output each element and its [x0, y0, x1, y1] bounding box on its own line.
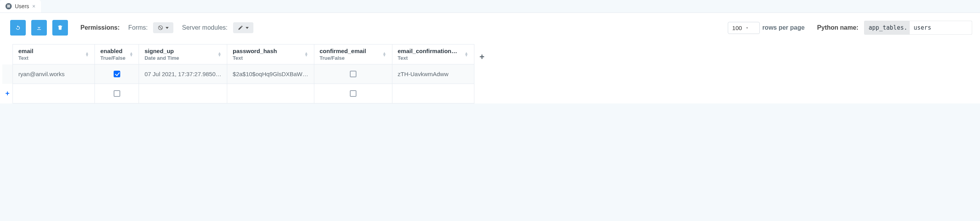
add-row-button[interactable]: + [2, 84, 12, 103]
download-button[interactable] [31, 20, 47, 36]
chevron-down-icon [246, 27, 249, 29]
cell-enabled[interactable] [95, 64, 139, 84]
column-header-password-hash[interactable]: password_hash Text ▲▼ [227, 45, 314, 64]
rows-per-page: 100 rows per page [728, 22, 805, 34]
column-header-enabled[interactable]: enabled True/False ▲▼ [95, 45, 139, 64]
cell-confirmed-email[interactable] [314, 84, 392, 103]
forms-label: Forms: [128, 24, 148, 31]
column-header-signed-up[interactable]: signed_up Date and Time ▲▼ [139, 45, 227, 64]
table-row-new[interactable]: + [2, 84, 474, 103]
cell-enabled[interactable] [95, 84, 139, 103]
rows-per-page-value: 100 [732, 25, 742, 31]
sort-icon[interactable]: ▲▼ [465, 52, 469, 57]
tab-title: Users [15, 3, 29, 9]
column-name: signed_up [144, 48, 179, 54]
tab-bar: Users × [0, 0, 980, 12]
column-name: email [18, 48, 33, 54]
column-name: confirmed_email [320, 48, 366, 54]
sort-icon[interactable]: ▲▼ [305, 52, 308, 57]
close-icon[interactable]: × [32, 4, 36, 9]
column-name: email_confirmation… [398, 48, 458, 54]
server-modules-label: Server modules: [182, 24, 228, 31]
column-type: Text [398, 55, 458, 61]
sort-icon[interactable]: ▲▼ [85, 52, 89, 57]
table-row[interactable]: ryan@anvil.works 07 Jul 2021, 17:37:27.9… [2, 64, 474, 84]
sort-icon[interactable]: ▲▼ [129, 52, 133, 57]
cell-email-confirmation[interactable]: zTH-UavkwmAdww [392, 71, 474, 77]
checkbox-icon[interactable] [350, 71, 356, 77]
column-type: Text [233, 55, 277, 61]
python-name-input[interactable] [910, 21, 972, 35]
rows-per-page-label: rows per page [762, 24, 804, 31]
column-name: password_hash [233, 48, 277, 54]
cell-email[interactable]: ryan@anvil.works [13, 71, 94, 77]
tab-users[interactable]: Users × [0, 0, 41, 12]
checkbox-checked-icon[interactable] [114, 71, 120, 77]
sort-icon[interactable]: ▲▼ [217, 52, 221, 57]
pencil-icon [238, 25, 243, 30]
table-icon [5, 3, 12, 9]
column-type: True/False [320, 55, 366, 61]
python-name-field: app_tables. [864, 21, 972, 35]
column-header-email[interactable]: email Text ▲▼ [13, 45, 94, 64]
column-type: True/False [100, 55, 125, 61]
checkbox-icon[interactable] [114, 90, 120, 97]
server-permission-button[interactable] [233, 22, 253, 33]
cell-confirmed-email[interactable] [314, 64, 392, 84]
rows-per-page-select[interactable]: 100 [728, 22, 760, 34]
chevron-down-icon [745, 26, 749, 30]
delete-button[interactable] [52, 20, 68, 36]
cell-password-hash[interactable]: $2a$10$oqHq9GlsDXBaW… [227, 71, 314, 77]
checkbox-icon[interactable] [350, 90, 356, 97]
data-table: email Text ▲▼ enabled True/False [0, 44, 980, 103]
column-type: Date and Time [144, 55, 179, 61]
python-name-prefix: app_tables. [864, 21, 910, 35]
refresh-button[interactable] [10, 20, 26, 36]
forms-permission-button[interactable] [153, 22, 173, 33]
column-header-email-confirmation[interactable]: email_confirmation… Text ▲▼ [392, 45, 474, 64]
column-name: enabled [100, 48, 125, 54]
sort-icon[interactable]: ▲▼ [383, 52, 387, 57]
add-column-button[interactable]: + [474, 44, 490, 70]
cell-signed-up[interactable]: 07 Jul 2021, 17:37:27.9850… [139, 71, 227, 77]
column-header-confirmed-email[interactable]: confirmed_email True/False ▲▼ [314, 45, 392, 64]
chevron-down-icon [166, 27, 169, 29]
panel: Permissions: Forms: Server modules: 100 … [0, 12, 980, 103]
toolbar: Permissions: Forms: Server modules: 100 … [0, 13, 980, 44]
python-name-label: Python name: [817, 24, 859, 31]
permissions-label: Permissions: [80, 24, 119, 31]
forbidden-icon [158, 25, 163, 30]
column-type: Text [18, 55, 33, 61]
